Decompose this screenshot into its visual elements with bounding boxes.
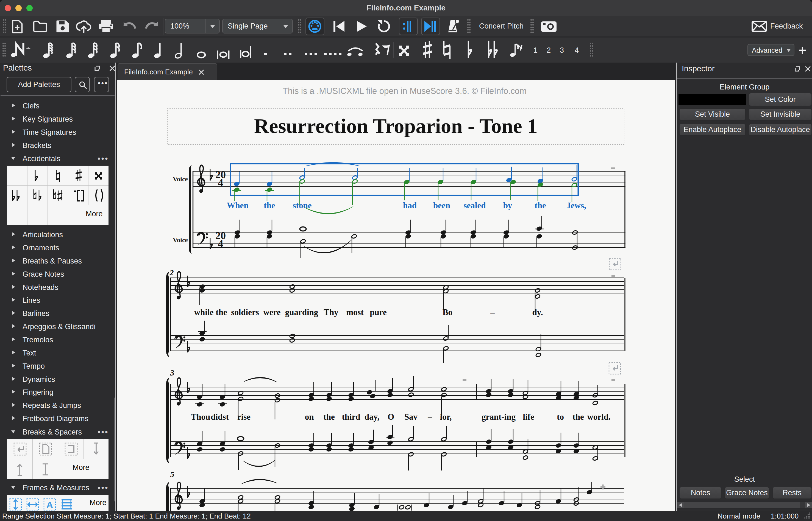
svg-text:sealed: sealed [464,201,486,210]
svg-text:most: most [346,308,364,317]
svg-text:Resurrection Troparion - Tone: Resurrection Troparion - Tone 1 [254,114,537,137]
svg-text:the: the [572,412,584,422]
svg-text:Jews,: Jews, [566,201,586,210]
svg-text:Thy: Thy [324,308,338,317]
svg-text:the: the [216,308,227,317]
svg-text:2: 2 [170,268,174,277]
svg-text:rise: rise [237,412,250,422]
svg-text:the: the [264,201,275,210]
svg-text:O: O [388,412,394,422]
svg-text:life: life [523,412,534,422]
svg-text:3: 3 [170,368,174,377]
svg-text:world.: world. [587,412,610,422]
svg-text:while: while [194,308,214,317]
svg-text:5: 5 [170,470,174,479]
svg-text:the: the [323,412,334,422]
svg-text:been: been [433,201,450,210]
svg-text:This is a .MUSICXML file open: This is a .MUSICXML file open in MuseSco… [283,86,527,96]
svg-text:Voice: Voice [173,175,188,183]
svg-text:day,: day, [365,412,379,422]
svg-text:ior,: ior, [440,412,452,422]
svg-text:When: When [227,201,248,210]
svg-text:stone: stone [293,201,312,210]
svg-text:didst: didst [211,412,229,422]
svg-text:on: on [305,412,314,422]
svg-text:had: had [403,201,417,210]
svg-text:Voice: Voice [173,236,188,244]
svg-text:Sav: Sav [404,412,418,422]
svg-text:soldiers: soldiers [231,308,259,317]
svg-text:grant-ing: grant-ing [482,412,516,422]
svg-text:third: third [342,412,360,422]
svg-text:4: 4 [218,177,223,188]
svg-text:pure: pure [370,308,387,317]
svg-text:guarding: guarding [285,308,319,317]
svg-text:Thou: Thou [191,412,211,422]
svg-text:the: the [534,201,546,210]
svg-text:–: – [427,412,432,422]
svg-text:were: were [263,308,281,317]
svg-text:Bo: Bo [442,308,453,317]
svg-text:dy.: dy. [532,308,543,317]
svg-text:–: – [490,308,495,317]
svg-text:by: by [503,201,512,210]
svg-text:to: to [557,412,564,422]
svg-text:A: A [46,500,53,510]
svg-text:4: 4 [218,238,223,249]
